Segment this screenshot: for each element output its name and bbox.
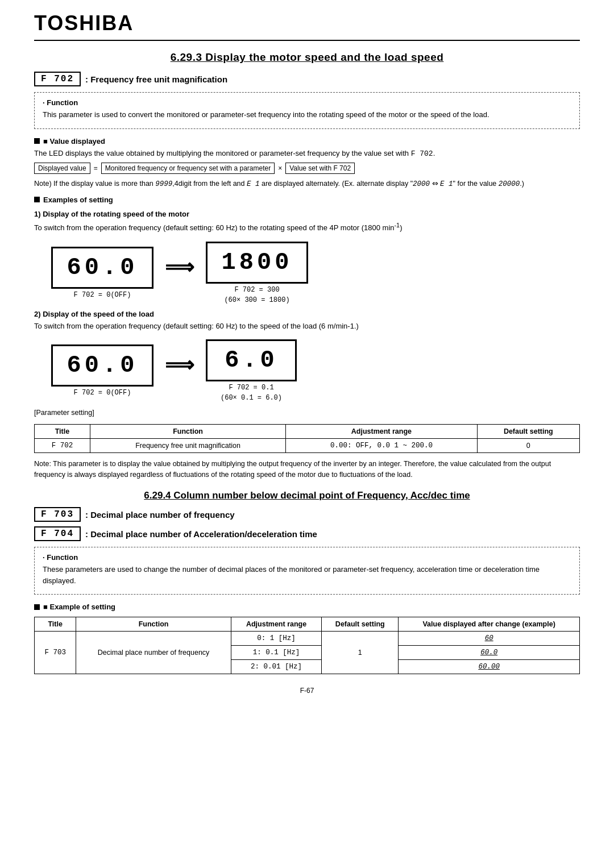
f702-inline: F 702 xyxy=(411,149,433,158)
label-right-1: F 702 = 300 xyxy=(234,286,279,294)
label-right-1-sub: (60× 300 = 1800) xyxy=(224,296,289,304)
param-f703-box: F 703 xyxy=(34,507,81,522)
arrow-1: ⟹ xyxy=(165,255,194,290)
table2-header-title: Title xyxy=(35,617,76,632)
param-f704-desc: : Decimal place number of Acceleration/d… xyxy=(85,529,317,539)
param-f702-desc: : Frequency free unit magnification xyxy=(85,74,227,84)
display-group-right-2: 6.0 F 702 = 0.1 (60× 0.1 = 6.0) xyxy=(206,339,297,402)
table2-cell-range-2: 2: 0.01 [Hz] xyxy=(231,660,321,674)
label-left-1: F 702 = 0(OFF) xyxy=(74,291,131,299)
examples-label-text: Examples of setting xyxy=(43,196,113,204)
note-9999: Note) If the display value is more than … xyxy=(34,178,580,190)
value-displayed-label: ■ Value displayed xyxy=(34,137,580,146)
bullet-square-3 xyxy=(34,604,40,610)
bullet-square-2 xyxy=(34,197,40,202)
eq-sign: = xyxy=(94,164,98,172)
display-group-left-1: 60.0 F 702 = 0(OFF) xyxy=(51,247,154,299)
table2-header-default: Default setting xyxy=(322,617,399,632)
table2-cell-ex-0: 60 xyxy=(399,632,580,646)
formula-mid: Monitored frequency or frequency set wit… xyxy=(101,163,275,174)
table2-cell-ex-2: 60.00 xyxy=(399,660,580,674)
table2-cell-default: 1 xyxy=(322,632,399,674)
note-2: Note: This parameter is to display the v… xyxy=(34,459,580,480)
display-group-right-1: 1800 F 702 = 300 (60× 300 = 1800) xyxy=(206,242,308,304)
display-group-left-2: 60.0 F 702 = 0(OFF) xyxy=(51,344,154,397)
table2-cell-title: F 703 xyxy=(35,632,76,674)
formula-line: Displayed value = Monitored frequency or… xyxy=(34,163,580,174)
table1-cell-default: 0 xyxy=(477,438,579,452)
display-container-1: 60.0 F 702 = 0(OFF) ⟹ 1800 F 702 = 300 (… xyxy=(51,242,580,304)
table1-cell-function: Frequency free unit magnification xyxy=(90,438,285,452)
arrow-2: ⟹ xyxy=(165,353,194,388)
table2-cell-range-0: 0: 1 [Hz] xyxy=(231,632,321,646)
function-title-1: · Function xyxy=(43,98,571,107)
param-f704-header: F 704 : Decimal place number of Accelera… xyxy=(34,526,580,541)
lcd-right-2: 6.0 xyxy=(206,339,297,381)
table2-cell-ex-1: 60.0 xyxy=(399,646,580,660)
table2-header-example: Value displayed after change (example) xyxy=(399,617,580,632)
formula-left: Displayed value xyxy=(34,163,90,174)
table2-cell-range-1: 1: 0.1 [Hz] xyxy=(231,646,321,660)
table1-row-1: F 702 Frequency free unit magnification … xyxy=(35,438,580,452)
ex1-title: 1) Display of the rotating speed of the … xyxy=(34,210,580,218)
example-label-2: ■ Example of setting xyxy=(34,603,580,611)
formula-right: Value set with F 702 xyxy=(285,163,355,174)
function-box-1: · Function This parameter is used to con… xyxy=(34,92,580,129)
table1-header-title: Title xyxy=(35,424,90,438)
function-box-2: · Function These parameters are used to … xyxy=(34,547,580,595)
function-text-2: These parameters are used to change the … xyxy=(43,564,571,586)
function-text-1: This parameter is used to convert the mo… xyxy=(43,109,571,121)
ex1-text: To switch from the operation frequency (… xyxy=(34,221,580,234)
mul-sign: × xyxy=(278,164,282,172)
label-right-2-sub: (60× 0.1 = 6.0) xyxy=(221,394,282,402)
examples-label: Examples of setting xyxy=(34,196,580,204)
section-title-6294: 6.29.4 Column number below decimal point… xyxy=(34,490,580,501)
section-title-6293: 6.29.3 Display the motor speed and the l… xyxy=(34,51,580,64)
function-title-2: · Function xyxy=(43,553,571,562)
table1-header-range: Adjustment range xyxy=(286,424,477,438)
lcd-left-2: 60.0 xyxy=(51,344,154,387)
ex2-text: To switch from the operation frequency (… xyxy=(34,321,580,332)
param-f702-header: F 702 : Frequency free unit magnificatio… xyxy=(34,72,580,86)
example-label-text-2: ■ Example of setting xyxy=(43,603,115,611)
value-displayed-text: The LED displays the value obtained by m… xyxy=(34,148,580,160)
table1-cell-title: F 702 xyxy=(35,438,90,452)
table2-header-function: Function xyxy=(76,617,231,632)
table1-header-default: Default setting xyxy=(477,424,579,438)
page-number: F-67 xyxy=(34,686,580,696)
bullet-square-1 xyxy=(34,138,40,144)
param-table-2: Title Function Adjustment range Default … xyxy=(34,617,580,674)
table1-header-function: Function xyxy=(90,424,285,438)
param-f704-box: F 704 xyxy=(34,526,81,541)
label-right-2: F 702 = 0.1 xyxy=(229,384,273,392)
toshiba-logo: TOSHIBA xyxy=(34,11,580,41)
param-table-1: Title Function Adjustment range Default … xyxy=(34,424,580,453)
display-container-2: 60.0 F 702 = 0(OFF) ⟹ 6.0 F 702 = 0.1 (6… xyxy=(51,339,580,402)
table2-header-range: Adjustment range xyxy=(231,617,321,632)
param-f703-desc: : Decimal place number of frequency xyxy=(85,510,235,520)
table1-cell-range: 0.00: OFF, 0.0 1 ~ 200.0 xyxy=(286,438,477,452)
lcd-right-1: 1800 xyxy=(206,242,308,284)
param-setting-label: [Parameter setting] xyxy=(34,408,580,418)
ex2-title: 2) Display of the speed of the load xyxy=(34,310,580,318)
lcd-left-1: 60.0 xyxy=(51,247,154,289)
param-f703-header: F 703 : Decimal place number of frequenc… xyxy=(34,507,580,522)
label-left-2: F 702 = 0(OFF) xyxy=(74,389,131,397)
param-f702-box: F 702 xyxy=(34,72,81,86)
table2-cell-function: Decimal place number of frequency xyxy=(76,632,231,674)
table2-row-1a: F 703 Decimal place number of frequency … xyxy=(35,632,580,646)
